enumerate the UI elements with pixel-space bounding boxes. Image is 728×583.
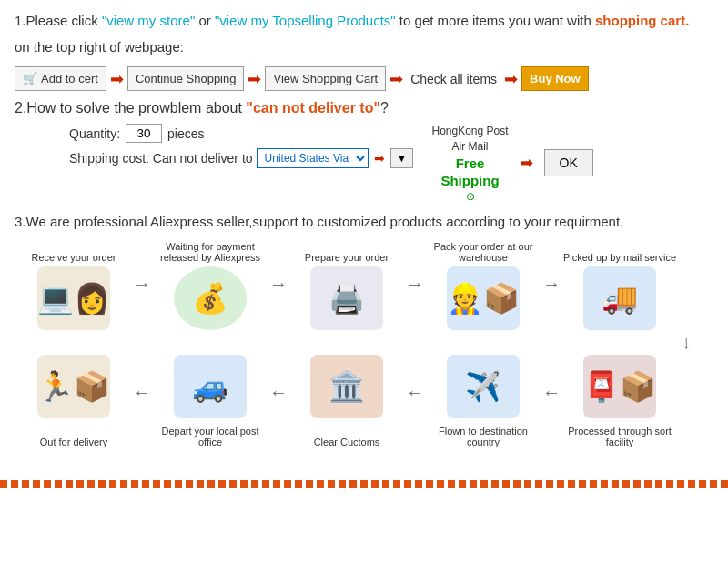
flow-item-pickup: Picked up by mail service 🚚 [561,237,679,330]
arrow6: ➡ [520,153,533,173]
flow-icon-prepare: 🖨️ [310,266,383,330]
shopping-cart-text: shopping cart. [595,13,689,28]
flow-icon-payment: 💰 [174,266,247,330]
flow-arrow-3: → [406,237,424,295]
section2-heading: 2.How to solve the prowblem about "can n… [15,100,713,116]
buy-now-button[interactable]: Buy Now [521,66,589,91]
flow-icon-pack: 👷📦 [447,266,520,330]
bottom-dots [0,480,728,488]
section2: 2.How to solve the prowblem about "can n… [15,100,713,203]
flow-icon-customs: 🏛️ [310,355,383,418]
flow-item-sort: 📮📦 Processed through sort facility [561,355,679,451]
shipping-cost-label: Shipping cost: Can not deliver to [69,151,253,166]
section1-intro: 1.Please click "view my store" or "view … [15,11,713,32]
arrow3: ➡ [389,69,403,89]
quantity-row: Quantity: pieces [69,124,413,143]
view-cart-step[interactable]: View Shopping Cart [265,66,386,91]
section1: 1.Please click "view my store" or "view … [15,11,713,57]
add-to-cart-step[interactable]: 🛒 Add to cert [15,66,106,91]
shipping-cost-row: Shipping cost: Can not deliver to United… [69,148,413,168]
continue-shopping-step[interactable]: Continue Shopping [127,66,245,91]
flow-arrow-7: ← [406,355,424,403]
arrow4: ➡ [504,69,518,89]
flow-label-pickup: Picked up by mail service [563,237,676,263]
arrow1: ➡ [110,69,124,89]
free-shipping-text: FreeShipping [431,155,508,190]
flow-item-receive: Receive your order 💻👩 [15,237,133,330]
flow-arrow-8: ← [542,355,561,403]
link-topselling[interactable]: "view my Topselling Products" [215,13,396,28]
flow-icon-delivery: 🏃📦 [37,355,110,418]
flow-icon-plane: ✈️ [447,355,520,418]
flow-arrow-1: → [133,237,151,295]
flow-arrow-5: ← [133,355,151,403]
flow-icon-sort: 📮📦 [583,355,656,418]
flow-label-flown: Flown to destination country [424,422,542,447]
right-shipping: HongKong Post Air Mail FreeShipping ⊙ ➡ … [431,124,592,203]
shipping-destination-select[interactable]: United States Via [257,148,369,168]
flow-icon-pickup: 🚚 [583,266,656,330]
flow-label-prepare: Prepare your order [305,237,389,263]
flow-item-out-delivery: 🏃📦 Out for delivery [15,355,133,451]
flow-item-pack: Pack your order at our warehouse 👷📦 [424,237,542,330]
step-bar: 🛒 Add to cert ➡ Continue Shopping ➡ View… [15,66,713,91]
flow-label-pack: Pack your order at our warehouse [424,237,542,263]
section3: 3.We are professional Aliexpress seller,… [15,212,713,452]
left-shipping: Quantity: pieces Shipping cost: Can not … [69,124,413,168]
flow-item-depart: 🚙 Depart your local post office [151,355,269,451]
flow-arrow-2: → [269,237,288,295]
radio-indicator: ⊙ [431,190,508,203]
flow-label-delivery: Out for delivery [40,422,108,447]
flow-item-payment: Waiting for payment released by Aliexpre… [151,237,269,330]
flow-icon-car: 🚙 [174,355,247,418]
flow-item-customs: 🏛️ Clear Cuctoms [288,355,406,451]
flow-down-arrow: ↓ [15,332,713,353]
ok-button[interactable]: OK [544,149,593,176]
quantity-input[interactable] [126,124,162,143]
flow-label-payment: Waiting for payment released by Aliexpre… [151,237,269,263]
pieces-label: pieces [167,126,204,141]
flow-label-receive: Receive your order [32,237,116,263]
section3-heading: 3.We are professional Aliexpress seller,… [15,212,713,233]
dropdown-button[interactable]: ▼ [390,148,414,168]
cart-icon: 🛒 [23,72,37,85]
cannot-deliver-highlight: "can not deliver to" [246,100,380,116]
flow-arrow-4: → [542,237,561,295]
hk-post-info: HongKong Post Air Mail FreeShipping ⊙ [431,124,508,203]
flow-item-flown: ✈️ Flown to destination country [424,355,542,451]
on-top-text: on the top right of webpage: [15,37,713,58]
flow-arrow-6: ← [269,355,288,403]
hk-post-text: HongKong Post Air Mail [431,124,508,155]
arrow2: ➡ [248,69,261,89]
flow-label-depart: Depart your local post office [151,422,269,447]
arrow5: ➡ [374,151,385,166]
flow-item-prepare: Prepare your order 🖨️ [288,237,406,330]
check-all-text: Check all items [410,72,497,86]
quantity-label: Quantity: [69,126,120,141]
flow-label-sort: Processed through sort facility [561,422,679,447]
flow-row2: 🏃📦 Out for delivery ← 🚙 Depart your loca… [15,355,713,451]
shipping-row: Quantity: pieces Shipping cost: Can not … [69,124,713,203]
link-view-store[interactable]: "view my store" [102,13,195,28]
flow-icon-receive: 💻👩 [37,266,110,330]
flow-row1: Receive your order 💻👩 → Waiting for paym… [15,237,713,330]
flow-label-customs: Clear Cuctoms [314,422,380,447]
